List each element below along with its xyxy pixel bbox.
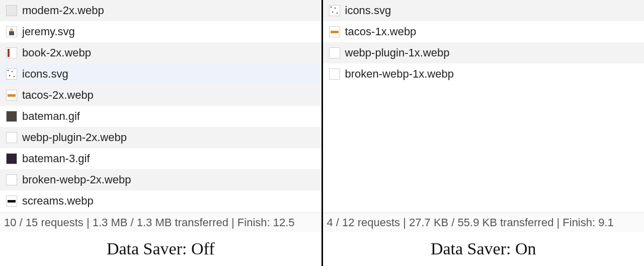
network-request-row[interactable]: jeremy.svg [0, 21, 321, 42]
file-thumbnail-icon [6, 26, 17, 37]
network-request-row[interactable]: icons.svg [323, 0, 645, 21]
network-request-row[interactable]: bateman.gif [0, 106, 321, 127]
file-name-label: icons.svg [22, 68, 68, 81]
file-name-label: jeremy.svg [22, 25, 75, 38]
network-request-row[interactable]: book-2x.webp [0, 42, 321, 63]
file-thumbnail-icon [6, 174, 17, 185]
comparison-container: modem-2x.webpjeremy.svgbook-2x.webpicons… [0, 0, 644, 266]
file-thumbnail-icon [6, 153, 17, 164]
file-thumbnail-icon [6, 195, 17, 207]
network-request-row[interactable]: modem-2x.webp [0, 0, 321, 21]
file-thumbnail-icon [6, 111, 17, 122]
file-thumbnail-icon [6, 5, 17, 16]
network-request-row[interactable]: bateman-3.gif [0, 148, 321, 169]
pane-data-saver-on: icons.svgtacos-1x.webpwebp-plugin-1x.web… [323, 0, 645, 266]
network-request-row[interactable]: tacos-2x.webp [0, 85, 321, 106]
network-request-row[interactable]: broken-webp-2x.webp [0, 169, 321, 190]
file-thumbnail-icon [6, 90, 17, 101]
file-name-label: bateman-3.gif [22, 152, 90, 165]
file-thumbnail-icon [329, 5, 340, 16]
network-request-row[interactable]: screams.webp [0, 190, 321, 212]
network-request-row[interactable]: icons.svg [0, 63, 321, 85]
file-thumbnail-icon [329, 26, 340, 37]
file-name-label: tacos-1x.webp [345, 25, 417, 38]
file-name-label: bateman.gif [22, 110, 80, 123]
file-name-label: book-2x.webp [22, 46, 91, 59]
network-request-row[interactable]: tacos-1x.webp [323, 21, 645, 42]
file-thumbnail-icon [6, 69, 17, 80]
file-name-label: broken-webp-1x.webp [345, 68, 454, 81]
file-name-label: modem-2x.webp [22, 4, 104, 17]
network-request-row[interactable]: webp-plugin-2x.webp [0, 127, 321, 148]
file-name-label: tacos-2x.webp [22, 89, 94, 102]
file-thumbnail-icon [6, 132, 17, 143]
network-file-list-left: modem-2x.webpjeremy.svgbook-2x.webpicons… [0, 0, 321, 212]
file-name-label: webp-plugin-1x.webp [345, 46, 450, 59]
file-name-label: screams.webp [22, 194, 94, 208]
file-thumbnail-icon [329, 47, 340, 58]
status-bar-right: 4 / 12 requests | 27.7 KB / 55.9 KB tran… [323, 213, 645, 232]
file-name-label: icons.svg [345, 4, 391, 17]
file-name-label: broken-webp-2x.webp [22, 173, 131, 186]
network-request-row[interactable]: broken-webp-1x.webp [323, 63, 645, 85]
file-thumbnail-icon [6, 47, 17, 58]
pane-data-saver-off: modem-2x.webpjeremy.svgbook-2x.webpicons… [0, 0, 323, 266]
network-request-row[interactable]: webp-plugin-1x.webp [323, 42, 645, 63]
file-name-label: webp-plugin-2x.webp [22, 131, 127, 144]
caption-right: Data Saver: On [323, 232, 645, 266]
caption-left: Data Saver: Off [0, 232, 321, 266]
file-thumbnail-icon [329, 69, 340, 80]
status-bar-left: 10 / 15 requests | 1.3 MB / 1.3 MB trans… [0, 213, 321, 232]
network-file-list-right: icons.svgtacos-1x.webpwebp-plugin-1x.web… [323, 0, 645, 85]
